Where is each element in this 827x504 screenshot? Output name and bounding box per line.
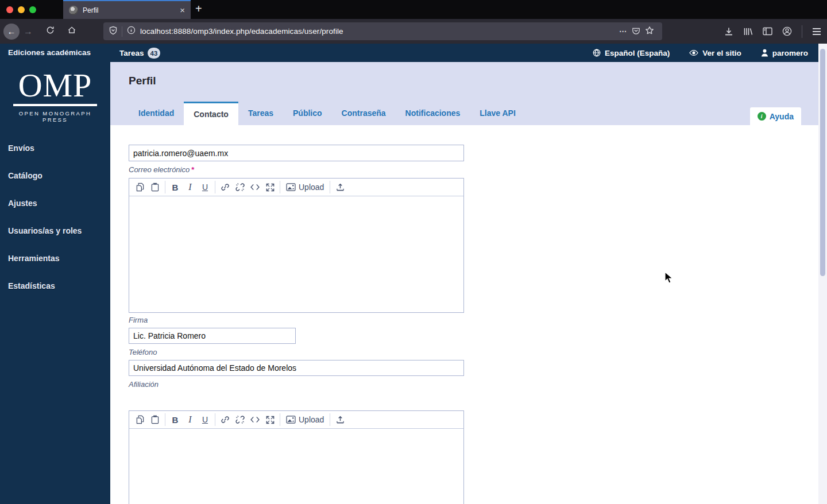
paste-icon[interactable] [148, 180, 163, 194]
page-title: Perfil [129, 75, 156, 87]
bookmark-star-icon[interactable] [645, 26, 654, 37]
close-window-button[interactable] [6, 6, 13, 13]
tab-contacto[interactable]: Contacto [184, 102, 238, 125]
profile-tabs: Identidad Contacto Tareas Público Contra… [129, 100, 525, 125]
globe-icon [593, 49, 601, 57]
signature-label: Firma [129, 316, 818, 324]
info-icon: i [758, 112, 766, 121]
sidebar-toggle-icon[interactable] [763, 27, 772, 36]
home-button[interactable] [63, 26, 80, 37]
email-field[interactable] [129, 145, 464, 161]
import-upload-icon[interactable] [333, 180, 347, 194]
page-scrollbar[interactable] [818, 44, 827, 504]
tasks-button[interactable]: Tareas 43 [119, 48, 160, 59]
view-site-label: Ver el sitio [702, 49, 741, 57]
site-info-icon[interactable] [127, 26, 136, 37]
tab-notificaciones[interactable]: Notificaciones [396, 102, 470, 125]
page-actions-icon[interactable]: ⋯ [619, 27, 627, 36]
signature-editor-body[interactable] [129, 196, 463, 312]
user-icon [761, 49, 768, 57]
mouse-cursor [664, 272, 675, 286]
sidebar-item-envios[interactable]: Envíos [0, 144, 110, 153]
contact-form: Correo electrónico* [110, 125, 818, 504]
user-menu[interactable]: paromero [761, 49, 808, 57]
sidebar-item-catalogo[interactable]: Catálogo [0, 171, 110, 181]
view-site-link[interactable]: Ver el sitio [689, 49, 741, 57]
affiliation-field[interactable] [129, 360, 464, 376]
unlink-icon[interactable] [233, 413, 248, 427]
fullscreen-icon[interactable] [262, 413, 277, 427]
menu-hamburger-icon[interactable] [812, 28, 821, 36]
language-menu[interactable]: Español (España) [593, 49, 670, 57]
bold-button[interactable]: B [168, 180, 183, 194]
toolbar-separator [165, 181, 165, 193]
editor-toolbar: B I U [129, 411, 463, 429]
omp-logo-title: OMP [9, 71, 101, 100]
help-button[interactable]: i Ayuda [750, 107, 801, 125]
bold-button[interactable]: B [168, 413, 183, 427]
toolbar-divider [802, 25, 802, 38]
scrollbar-thumb[interactable] [820, 49, 825, 276]
toolbar-icons [724, 19, 821, 44]
tab-publico[interactable]: Público [283, 102, 332, 125]
mailing-address-editor-body[interactable] [129, 429, 463, 504]
pocket-icon[interactable] [632, 26, 640, 37]
source-code-icon[interactable] [248, 413, 262, 427]
link-icon[interactable] [218, 413, 233, 427]
url-bar[interactable]: localhost:8888/omp3/index.php/edacademic… [103, 22, 662, 40]
account-icon[interactable] [782, 26, 792, 36]
toolbar-separator [280, 413, 280, 426]
underline-button[interactable]: U [198, 180, 212, 194]
image-upload-button[interactable]: Upload [283, 183, 327, 192]
tab-tareas[interactable]: Tareas [238, 102, 283, 125]
image-upload-button[interactable]: Upload [283, 415, 327, 424]
admin-top-bar: Ediciones académicas Tareas 43 Español (… [0, 44, 818, 62]
omp-logo-rule [13, 104, 97, 106]
browser-toolbar: ← → localhost:8888/omp3/index.php/edacad… [0, 19, 827, 44]
fullscreen-icon[interactable] [262, 180, 277, 194]
back-button[interactable]: ← [3, 24, 20, 40]
library-icon[interactable] [743, 27, 753, 36]
toolbar-separator [330, 413, 330, 426]
forward-button[interactable]: → [20, 26, 37, 37]
copy-icon[interactable] [133, 180, 148, 194]
sidebar-item-estadisticas[interactable]: Estadísticas [0, 281, 110, 291]
downloads-icon[interactable] [724, 27, 733, 36]
tracking-protection-shield-icon[interactable] [109, 26, 117, 37]
phone-field[interactable] [129, 328, 296, 344]
press-name[interactable]: Ediciones académicas [8, 48, 91, 57]
tab-identidad[interactable]: Identidad [129, 102, 184, 125]
urlbar-divider [122, 26, 122, 37]
minimize-window-button[interactable] [18, 6, 25, 13]
url-text[interactable]: localhost:8888/omp3/index.php/edacademic… [140, 27, 617, 36]
tab-title: Perfil [83, 6, 180, 14]
source-code-icon[interactable] [248, 180, 262, 194]
reload-button[interactable] [41, 26, 59, 37]
browser-tab[interactable]: Perfil × [63, 0, 191, 19]
editor-toolbar: B I U [129, 179, 463, 196]
email-label-text: Correo electrónico [129, 165, 190, 174]
italic-button[interactable]: I [183, 180, 198, 194]
sidebar-item-ajustes[interactable]: Ajustes [0, 199, 110, 208]
import-upload-icon[interactable] [333, 413, 347, 427]
tab-contrasena[interactable]: Contraseña [332, 102, 396, 125]
tasks-count-badge: 43 [148, 48, 161, 59]
underline-button[interactable]: U [198, 413, 212, 427]
zoom-window-button[interactable] [29, 6, 36, 13]
language-label: Español (España) [605, 49, 670, 57]
italic-button[interactable]: I [183, 413, 198, 427]
link-icon[interactable] [218, 180, 233, 194]
window-controls[interactable] [6, 6, 36, 13]
close-tab-icon[interactable]: × [180, 5, 185, 15]
eye-icon [689, 49, 698, 56]
new-tab-button[interactable]: + [195, 2, 202, 15]
sidebar: OMP OPEN MONOGRAPH PRESS Envíos Catálogo… [0, 62, 110, 504]
tab-llave-api[interactable]: Llave API [470, 102, 525, 125]
sidebar-item-herramientas[interactable]: Herramientas [0, 254, 110, 263]
toolbar-separator [215, 413, 215, 426]
sidebar-item-usuarios[interactable]: Usuarios/as y roles [0, 226, 110, 236]
paste-icon[interactable] [148, 413, 163, 427]
unlink-icon[interactable] [233, 180, 248, 194]
username-label: paromero [772, 49, 808, 57]
copy-icon[interactable] [133, 413, 148, 427]
